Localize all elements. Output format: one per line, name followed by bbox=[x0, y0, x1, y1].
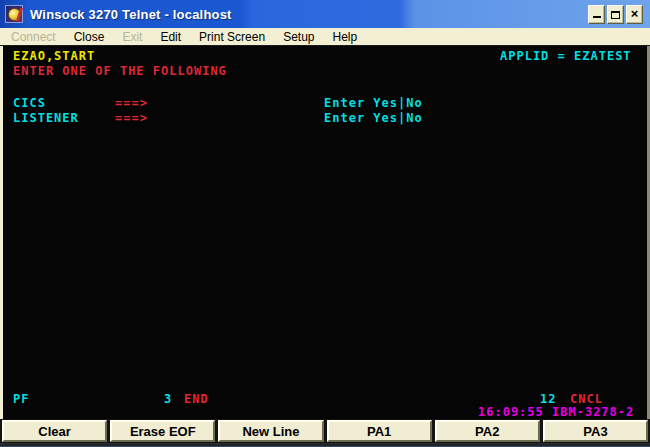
close-button[interactable]: × bbox=[626, 5, 643, 24]
minimize-icon bbox=[593, 8, 601, 18]
maximize-button[interactable] bbox=[607, 5, 624, 24]
title-bar[interactable]: Winsock 3270 Telnet - localhost × bbox=[0, 0, 650, 28]
menu-item-help[interactable]: Help bbox=[323, 30, 366, 44]
pf-label: PF bbox=[13, 393, 29, 406]
menu-item-connect: Connect bbox=[2, 30, 65, 44]
cics-label: CICS bbox=[13, 97, 46, 110]
menu-item-edit[interactable]: Edit bbox=[151, 30, 190, 44]
window-bottom-edge bbox=[0, 443, 650, 447]
clear-button[interactable]: Clear bbox=[2, 420, 107, 442]
erase-eof-button[interactable]: Erase EOF bbox=[110, 420, 215, 442]
close-icon: × bbox=[631, 7, 639, 20]
pa3-button[interactable]: PA3 bbox=[543, 420, 648, 442]
terminal-screen[interactable]: EZAO,START APPLID = EZATEST ENTER ONE OF… bbox=[0, 46, 650, 419]
menu-item-exit: Exit bbox=[113, 30, 151, 44]
new-line-button[interactable]: New Line bbox=[218, 420, 323, 442]
listener-hint: Enter Yes|No bbox=[324, 112, 423, 125]
command-text: EZAO,START bbox=[13, 50, 95, 63]
menu-bar: Connect Close Exit Edit Print Screen Set… bbox=[0, 28, 650, 46]
cics-input-arrow[interactable]: ===> bbox=[115, 97, 148, 110]
menu-item-setup[interactable]: Setup bbox=[274, 30, 323, 44]
maximize-icon bbox=[611, 11, 620, 19]
applid-text: APPLID = EZATEST bbox=[500, 50, 632, 63]
prompt-text: ENTER ONE OF THE FOLLOWING bbox=[13, 65, 227, 78]
cics-hint: Enter Yes|No bbox=[324, 97, 423, 110]
window-title: Winsock 3270 Telnet - localhost bbox=[30, 7, 232, 22]
pa1-button[interactable]: PA1 bbox=[327, 420, 432, 442]
listener-label: LISTENER bbox=[13, 112, 79, 125]
app-window: Winsock 3270 Telnet - localhost × Connec… bbox=[0, 0, 650, 447]
pf3-action: END bbox=[184, 393, 209, 406]
minimize-button[interactable] bbox=[588, 5, 605, 24]
menu-item-close[interactable]: Close bbox=[65, 30, 114, 44]
pf3-number: 3 bbox=[164, 393, 172, 406]
keypad-row: Clear Erase EOF New Line PA1 PA2 PA3 bbox=[0, 419, 650, 443]
pa2-button[interactable]: PA2 bbox=[435, 420, 540, 442]
app-globe-icon[interactable] bbox=[5, 5, 23, 23]
menu-item-print-screen[interactable]: Print Screen bbox=[190, 30, 274, 44]
listener-input-arrow[interactable]: ===> bbox=[115, 112, 148, 125]
status-text: 16:09:55 IBM-3278-2 bbox=[478, 406, 634, 419]
window-controls: × bbox=[588, 5, 645, 24]
